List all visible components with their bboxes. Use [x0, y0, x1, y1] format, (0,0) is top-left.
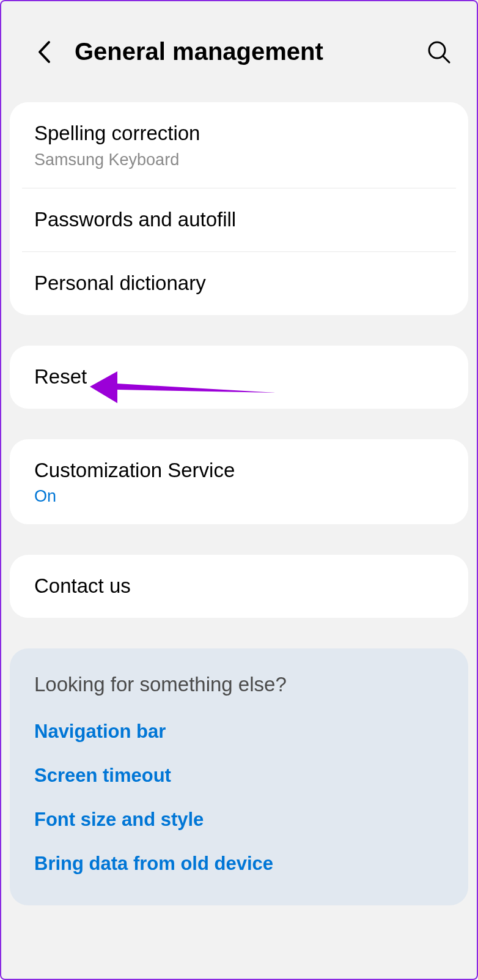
settings-group-1: Spelling correction Samsung Keyboard Pas…	[10, 102, 468, 315]
back-button[interactable]	[32, 40, 56, 64]
search-icon	[427, 40, 451, 64]
settings-group-4: Contact us	[10, 555, 468, 618]
passwords-autofill-item[interactable]: Passwords and autofill	[10, 188, 468, 251]
customization-service-item[interactable]: Customization Service On	[10, 439, 468, 525]
suggestion-navigation-bar[interactable]: Navigation bar	[34, 721, 444, 743]
header: General management	[1, 1, 477, 102]
item-label: Reset	[34, 364, 444, 390]
contact-us-item[interactable]: Contact us	[10, 555, 468, 618]
suggestion-font-size-style[interactable]: Font size and style	[34, 809, 444, 831]
chevron-left-icon	[37, 40, 51, 64]
item-label: Customization Service	[34, 458, 444, 484]
personal-dictionary-item[interactable]: Personal dictionary	[10, 252, 468, 315]
page-title: General management	[75, 38, 425, 65]
item-label: Contact us	[34, 573, 444, 600]
item-label: Spelling correction	[34, 121, 444, 147]
item-label: Passwords and autofill	[34, 207, 444, 233]
settings-group-3: Customization Service On	[10, 439, 468, 525]
svg-line-1	[443, 56, 449, 62]
suggestions-panel: Looking for something else? Navigation b…	[10, 648, 468, 905]
item-label: Personal dictionary	[34, 270, 444, 297]
reset-item[interactable]: Reset	[10, 346, 468, 409]
item-sublabel: Samsung Keyboard	[34, 150, 444, 169]
suggestion-screen-timeout[interactable]: Screen timeout	[34, 765, 444, 787]
item-status: On	[34, 487, 444, 506]
settings-group-2: Reset	[10, 346, 468, 409]
spelling-correction-item[interactable]: Spelling correction Samsung Keyboard	[10, 102, 468, 188]
search-button[interactable]	[425, 39, 452, 65]
suggestion-bring-data[interactable]: Bring data from old device	[34, 853, 444, 875]
suggestions-title: Looking for something else?	[34, 673, 444, 696]
